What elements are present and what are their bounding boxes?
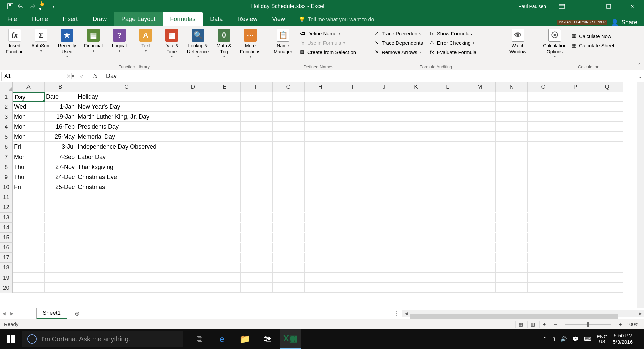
cell-D3[interactable] <box>177 112 209 122</box>
cell-Q17[interactable] <box>591 253 623 262</box>
cell-I19[interactable] <box>336 273 368 283</box>
more-functions-button[interactable]: ⋯More Functions▾ <box>238 28 262 59</box>
horizontal-scrollbar[interactable]: ◄ ► <box>402 310 644 317</box>
evaluate-formula-button[interactable]: fxEvaluate Formula <box>427 48 479 56</box>
cell-P12[interactable] <box>559 202 591 212</box>
cell-J19[interactable] <box>368 273 400 283</box>
column-header-L[interactable]: L <box>432 82 464 92</box>
cell-D13[interactable] <box>177 213 209 222</box>
cell-H10[interactable] <box>305 182 336 192</box>
start-button[interactable] <box>0 329 21 349</box>
tab-home[interactable]: Home <box>24 12 55 26</box>
cell-F3[interactable] <box>241 112 273 122</box>
cell-M14[interactable] <box>464 223 496 232</box>
cell-B12[interactable] <box>45 202 76 212</box>
cell-E12[interactable] <box>209 202 241 212</box>
cell-C20[interactable] <box>76 283 177 293</box>
tab-formulas[interactable]: Formulas <box>163 12 203 26</box>
cell-C17[interactable] <box>76 253 177 262</box>
ribbon-display-icon[interactable] <box>554 0 570 13</box>
cell-G13[interactable] <box>273 213 305 222</box>
cell-G14[interactable] <box>273 223 305 232</box>
customize-qat-icon[interactable]: ▾ <box>50 3 57 10</box>
trace-precedents-button[interactable]: ↗Trace Precedents <box>372 29 425 37</box>
cell-O3[interactable] <box>528 112 559 122</box>
cell-K1[interactable] <box>400 92 432 102</box>
cell-N2[interactable] <box>496 102 528 112</box>
page-break-view-button[interactable]: ⊞ <box>539 321 549 328</box>
cell-L16[interactable] <box>432 243 464 252</box>
cell-I9[interactable] <box>336 172 368 182</box>
cell-F5[interactable] <box>241 132 273 142</box>
cell-K14[interactable] <box>400 223 432 232</box>
cell-I16[interactable] <box>336 243 368 252</box>
cell-N4[interactable] <box>496 122 528 132</box>
cell-A20[interactable] <box>13 283 45 293</box>
cell-I5[interactable] <box>336 132 368 142</box>
new-sheet-button[interactable]: ⊕ <box>72 310 83 317</box>
insert-function-button[interactable]: fxInsert Function <box>3 28 27 55</box>
cell-I6[interactable] <box>336 142 368 152</box>
cell-A7[interactable]: Mon <box>13 152 45 162</box>
cell-P15[interactable] <box>559 233 591 242</box>
cell-M20[interactable] <box>464 283 496 293</box>
cell-F19[interactable] <box>241 273 273 283</box>
cell-N8[interactable] <box>496 162 528 172</box>
use-in-formula-button[interactable]: fxUse in Formula ▾ <box>297 39 358 46</box>
notification-icon[interactable]: 💬 <box>572 336 579 342</box>
show-desktop-button[interactable] <box>638 329 641 349</box>
cell-L9[interactable] <box>432 172 464 182</box>
cell-L12[interactable] <box>432 202 464 212</box>
cell-K6[interactable] <box>400 142 432 152</box>
cell-K3[interactable] <box>400 112 432 122</box>
cell-E14[interactable] <box>209 223 241 232</box>
cell-E15[interactable] <box>209 233 241 242</box>
cell-J2[interactable] <box>368 102 400 112</box>
cell-J3[interactable] <box>368 112 400 122</box>
cell-B16[interactable] <box>45 243 76 252</box>
zoom-out-button[interactable]: − <box>551 321 560 327</box>
text-button[interactable]: AText▾ <box>133 28 158 53</box>
name-manager-button[interactable]: 📋Name Manager <box>271 28 295 55</box>
cell-D1[interactable] <box>177 92 209 102</box>
cell-N9[interactable] <box>496 172 528 182</box>
cell-H11[interactable] <box>305 192 336 202</box>
cell-H4[interactable] <box>305 122 336 132</box>
cell-M6[interactable] <box>464 142 496 152</box>
cell-E4[interactable] <box>209 122 241 132</box>
maximize-button[interactable] <box>601 0 616 13</box>
cell-E2[interactable] <box>209 102 241 112</box>
cell-H8[interactable] <box>305 162 336 172</box>
store-taskbar-icon[interactable]: 🛍 <box>257 329 278 349</box>
page-layout-view-button[interactable]: ▥ <box>527 321 537 328</box>
cell-B11[interactable] <box>45 192 76 202</box>
cell-E8[interactable] <box>209 162 241 172</box>
cell-G10[interactable] <box>273 182 305 192</box>
tab-page-layout[interactable]: Page Layout <box>114 12 163 26</box>
cell-P16[interactable] <box>559 243 591 252</box>
cell-N5[interactable] <box>496 132 528 142</box>
cell-I20[interactable] <box>336 283 368 293</box>
logical-button[interactable]: ?Logical▾ <box>107 28 131 53</box>
cell-J15[interactable] <box>368 233 400 242</box>
cell-D10[interactable] <box>177 182 209 192</box>
row-header-4[interactable]: 4 <box>0 122 13 132</box>
cell-H16[interactable] <box>305 243 336 252</box>
cell-B13[interactable] <box>45 213 76 222</box>
cell-F14[interactable] <box>241 223 273 232</box>
cell-D6[interactable] <box>177 142 209 152</box>
cell-H9[interactable] <box>305 172 336 182</box>
cell-G11[interactable] <box>273 192 305 202</box>
cell-F1[interactable] <box>241 92 273 102</box>
row-header-11[interactable]: 11 <box>0 192 13 202</box>
user-name[interactable]: Paul Paulsen <box>518 4 546 9</box>
cell-M12[interactable] <box>464 202 496 212</box>
cell-L5[interactable] <box>432 132 464 142</box>
battery-icon[interactable]: ▯ <box>552 336 555 342</box>
cell-P10[interactable] <box>559 182 591 192</box>
cell-H2[interactable] <box>305 102 336 112</box>
cell-B4[interactable]: 16-Feb <box>45 122 76 132</box>
cell-J17[interactable] <box>368 253 400 262</box>
close-button[interactable]: ✕ <box>625 0 640 13</box>
cell-B10[interactable]: 25-Dec <box>45 182 76 192</box>
